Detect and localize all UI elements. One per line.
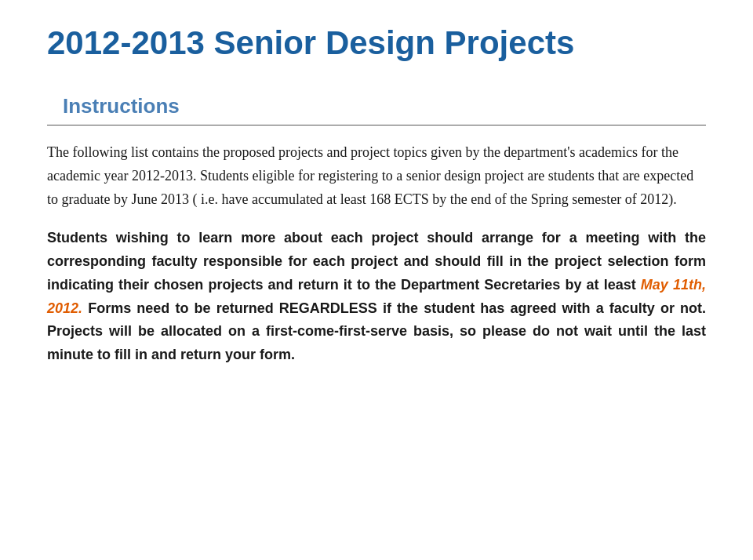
page-title: 2012-2013 Senior Design Projects: [47, 24, 706, 63]
paragraph-2-part2: Forms need to be returned REGARDLESS if …: [47, 300, 706, 362]
paragraph-1: The following list contains the proposed…: [47, 141, 706, 211]
section-heading: Instructions: [63, 94, 706, 118]
paragraph-2: Students wishing to learn more about eac…: [47, 227, 706, 366]
section-divider: [47, 125, 706, 125]
paragraph-2-part1: Students wishing to learn more about eac…: [47, 230, 706, 292]
